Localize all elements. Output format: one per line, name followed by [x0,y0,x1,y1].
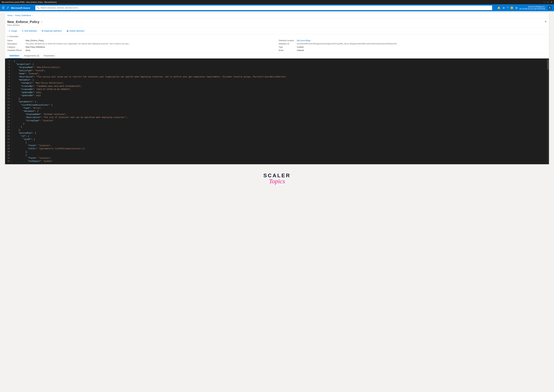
code-line-17: "metadata": { [14,110,547,113]
page-title-text: New_Enforce_Policy [7,20,39,24]
value-category: : New Policy Definitions [25,46,45,48]
code-line-1: { [14,60,547,63]
essentials-row-effects: Available Effects : Deny [7,49,275,52]
minimize-button[interactable]: ─ [544,1,545,3]
assign-icon: ↗ [8,30,10,32]
user-avatar[interactable]: A [547,6,552,10]
azure-topbar: ☰ Microsoft Azure 🔍 🔔 ⚙ ? 😊 ⊞ abhinav419… [0,4,554,11]
code-line-10: "createdOn": "2023-07-15T08:18:08.409833… [14,88,547,91]
breadcrumb-separator-1: › [14,14,14,17]
essentials-header-label: Essentials [9,35,18,38]
value-description: : This policy will allow you to restrict… [25,43,131,45]
duplicate-label: Duplicate definition [44,30,62,32]
code-line-26: "allOf": [ [14,138,547,141]
page-header-left: New_Enforce_Policy ··· Policy definition [7,20,42,26]
search-icon: 🔍 [37,7,39,9]
code-line-3: "displayName": "New_Enforce_Policy", [14,66,547,69]
code-line-21: } [14,122,547,126]
assign-label: Assign [11,30,17,32]
label-name: Name [7,39,24,42]
essentials-row-mode: Mode : Indexed [279,49,547,52]
breadcrumb-policy[interactable]: Policy | Definitions [15,14,31,17]
search-input[interactable] [40,7,491,9]
code-line-30: }, [14,150,547,154]
window-controls: ─ □ ✕ [544,1,552,3]
label-category: Category [7,46,24,48]
code-lines: { "properties": { "displayName": "New_En… [12,58,549,164]
delete-label: Delete definition [69,30,84,32]
breadcrumb-home[interactable]: Home [7,14,13,17]
essentials-row-type: Type : Custom [279,45,547,49]
editor-scrollbar[interactable] [547,58,549,164]
code-line-28: "field": "location", [14,144,547,147]
code-line-18: "displayName": "Allowed locations", [14,113,547,116]
tab-definition[interactable]: Definition [7,53,22,58]
azure-logo: Microsoft Azure [7,6,30,10]
code-line-12: "updatedOn": null [14,94,547,97]
code-line-29: "notIn": "[parameters('listOfAllowedLoca… [14,147,547,150]
scaler-logo: SCALER Topics [263,173,291,185]
page-close-button[interactable]: ✕ [545,20,547,23]
essentials-section: ∧ Essentials Name : New_Enforce_Policy D… [5,34,549,53]
portal-menu-icon[interactable]: ⊞ [515,6,518,9]
hamburger-icon[interactable]: ☰ [2,6,5,10]
tab-assignments[interactable]: Assignments (0) [22,53,42,58]
scaler-section: SCALER Topics [0,166,554,190]
code-content: 12345 678910 1112131415 1617181920 21222… [5,58,549,164]
essentials-row-name: Name : New_Enforce_Policy [7,39,275,42]
notifications-icon[interactable]: 🔔 [497,6,501,9]
maximize-button[interactable]: □ [547,1,548,3]
code-line-8: "category": "New Policy Definitions", [14,82,547,85]
value-def-location[interactable]: : My Azure Blogs [296,39,311,42]
azure-logo-text: Microsoft Azure [11,7,30,9]
duplicate-definition-button[interactable]: ⧉ Duplicate definition [41,29,63,33]
code-line-6: "description": "This policy will allow y… [14,76,547,78]
essentials-grid: Name : New_Enforce_Policy Description : … [7,39,547,52]
value-mode: : Indexed [296,49,304,51]
code-line-14: "parameters": { [14,100,547,104]
user-info: abhinav41999@gmail.c... MY AZURE BLOGS [… [519,6,552,10]
page-subtitle: Policy definition [7,24,42,26]
delete-definition-button[interactable]: 🗑 Delete definition [65,29,85,33]
code-line-15: "listOfAllowedLocations": { [14,104,547,107]
browser-chrome: Microsoft Azure portal (PWA) - New_Enfor… [0,0,554,4]
edit-definition-button[interactable]: ✎ Edit definition [21,29,38,33]
main-content: Home › Policy | Definitions › New_Enforc… [5,13,549,164]
code-line-20: "strongType": "location" [14,119,547,122]
code-line-2: "properties": { [14,63,547,66]
search-bar[interactable]: 🔍 [35,6,492,10]
code-line-24: "policyRule": { [14,132,547,135]
duplicate-icon: ⧉ [42,29,43,32]
value-name: : New_Enforce_Policy [25,39,44,42]
edit-icon: ✎ [22,30,24,32]
code-line-19: "description": "The list of locations th… [14,116,547,119]
label-type: Type [279,46,295,48]
essentials-left: Name : New_Enforce_Policy Description : … [7,39,275,52]
edit-label: Edit definition [24,30,37,32]
feedback-icon[interactable]: 😊 [510,6,513,9]
label-def-location: Definition location [279,39,295,42]
page-header: New_Enforce_Policy ··· Policy definition… [5,18,549,28]
help-icon[interactable]: ? [507,6,508,9]
action-bar: ↗ Assign ✎ Edit definition ⧉ Duplicate d… [5,28,549,34]
essentials-header[interactable]: ∧ Essentials [7,35,547,38]
value-type: : Custom [296,46,304,48]
code-line-7: "metadata": { [14,78,547,82]
code-editor[interactable]: 12345 678910 1112131415 1617181920 21222… [5,58,549,164]
value-def-id: : /providers/Microsoft.Management/manage… [296,43,398,45]
assign-button[interactable]: ↗ Assign [7,29,18,33]
essentials-row-category: Category : New Policy Definitions [7,45,275,49]
label-def-id: Definition ID [279,43,295,45]
code-line-11: "updatedBy": null, [14,91,547,94]
close-button[interactable]: ✕ [551,1,552,3]
page-ellipsis[interactable]: ··· [41,21,43,23]
code-line-22: } [14,126,547,129]
settings-icon[interactable]: ⚙ [503,6,505,9]
breadcrumb-separator-2: › [32,14,33,17]
code-line-32: "field": "location", [14,157,547,160]
code-line-31: { [14,154,547,157]
azure-logo-icon [7,6,10,10]
tabs-bar: Definition Assignments (0) Parameters [5,53,549,58]
line-numbers: 12345 678910 1112131415 1617181920 21222… [5,58,12,164]
tab-parameters[interactable]: Parameters [42,53,57,58]
